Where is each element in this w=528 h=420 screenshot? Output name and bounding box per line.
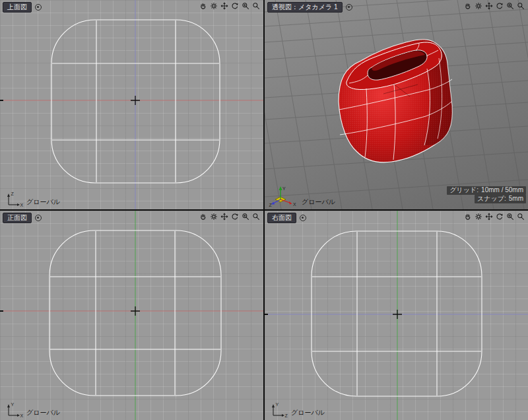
magnifier-icon[interactable]: [517, 2, 525, 10]
rotate-orbit-icon[interactable]: [231, 2, 239, 10]
zoom-in-icon[interactable]: [506, 2, 514, 10]
viewport-header: 上面図: [3, 2, 42, 13]
gizmo-v-label: Z: [11, 192, 15, 196]
snap-info-value: 5mm: [509, 195, 523, 203]
viewport-menu-icon[interactable]: [35, 4, 42, 11]
viewport-toolbar: [199, 213, 260, 221]
move-cross-icon[interactable]: [485, 213, 493, 221]
viewport-menu-icon[interactable]: [346, 4, 352, 11]
coordinate-mode-label[interactable]: グローバル: [302, 198, 335, 207]
gizmo-v-label: Y: [276, 402, 279, 407]
axis-gizmo: Y Z: [269, 401, 288, 418]
coordinate-mode-label[interactable]: グローバル: [291, 409, 325, 418]
viewport-title[interactable]: 上面図: [3, 2, 32, 13]
move-cross-icon[interactable]: [220, 2, 228, 10]
viewport-title[interactable]: 右面図: [267, 213, 296, 223]
grid-info-label: グリッド:: [449, 186, 478, 194]
coordinate-mode-label[interactable]: グローバル: [26, 409, 60, 418]
settings-gear-icon[interactable]: [210, 213, 218, 221]
viewport-header: 右面図: [267, 213, 306, 223]
viewport-toolbar: [464, 2, 525, 10]
viewport-corner: Y Z グローバル: [269, 401, 325, 418]
gizmo-h-label: Z: [285, 413, 288, 418]
zoom-in-icon[interactable]: [242, 213, 249, 221]
gizmo-h-label: X: [20, 203, 24, 207]
snap-info-label: スナップ:: [477, 195, 506, 203]
pan-hand-icon[interactable]: [199, 2, 207, 10]
viewport-corner: Z X グローバル: [4, 190, 60, 207]
viewport-title[interactable]: 正面図: [3, 213, 32, 223]
move-cross-icon[interactable]: [485, 2, 493, 10]
viewport-header: 正面図: [3, 213, 42, 223]
gizmo-z-label: Z: [269, 203, 273, 207]
magnifier-icon[interactable]: [252, 2, 260, 10]
rotate-orbit-icon[interactable]: [231, 213, 239, 221]
viewport-workspace: 上面図 Z X グローバル: [0, 0, 528, 420]
pan-hand-icon[interactable]: [464, 213, 472, 221]
model-wireframe[interactable]: [312, 231, 482, 396]
origin-crosshair: [393, 310, 402, 319]
magnifier-icon[interactable]: [252, 213, 260, 221]
axis-gizmo: Z X: [4, 190, 24, 207]
zoom-in-icon[interactable]: [506, 213, 514, 221]
top-view-canvas: [0, 0, 263, 209]
front-view-canvas: [0, 211, 263, 420]
gizmo-v-label: Y: [11, 402, 15, 407]
axis-gizmo-3d: Y X Z: [269, 184, 299, 207]
viewport-toolbar: [199, 2, 260, 10]
gizmo-y-label: Y: [282, 186, 286, 191]
viewport-top-view[interactable]: 上面図 Z X グローバル: [0, 0, 263, 209]
coordinate-mode-label[interactable]: グローバル: [26, 198, 60, 207]
settings-gear-icon[interactable]: [210, 2, 218, 10]
viewport-perspective-view[interactable]: 透視図：メタカメラ 1 Y X Z グローバル: [265, 0, 528, 209]
viewport-corner: Y X Z グローバル: [269, 184, 335, 207]
right-view-canvas: [265, 211, 528, 420]
viewport-title[interactable]: 透視図：メタカメラ 1: [267, 2, 343, 13]
grid-info: グリッド: 10mm / 50mm: [447, 186, 526, 195]
viewport-right-view[interactable]: 右面図 Y Z グローバル: [265, 211, 528, 420]
zoom-in-icon[interactable]: [242, 2, 249, 10]
pan-hand-icon[interactable]: [199, 213, 207, 221]
grid-info-value: 10mm / 50mm: [481, 186, 523, 194]
model-cube[interactable]: [328, 28, 460, 166]
viewport-menu-icon[interactable]: [300, 215, 306, 221]
magnifier-icon[interactable]: [517, 213, 525, 221]
rotate-orbit-icon[interactable]: [496, 213, 504, 221]
gizmo-x-label: X: [293, 202, 296, 207]
pan-hand-icon[interactable]: [464, 2, 472, 10]
move-cross-icon[interactable]: [220, 213, 228, 221]
viewport-toolbar: [464, 213, 525, 221]
gizmo-h-label: X: [20, 413, 24, 418]
viewport-menu-icon[interactable]: [35, 215, 42, 221]
rotate-orbit-icon[interactable]: [496, 2, 504, 10]
settings-gear-icon[interactable]: [475, 213, 482, 221]
origin-crosshair: [131, 96, 140, 105]
settings-gear-icon[interactable]: [475, 2, 482, 10]
viewport-header: 透視図：メタカメラ 1: [267, 2, 352, 13]
origin-crosshair: [131, 306, 140, 316]
viewport-front-view[interactable]: 正面図 Y X グローバル: [0, 211, 263, 420]
axis-gizmo: Y X: [4, 401, 24, 418]
snap-info: スナップ: 5mm: [475, 195, 526, 203]
viewport-corner: Y X グローバル: [4, 401, 60, 418]
